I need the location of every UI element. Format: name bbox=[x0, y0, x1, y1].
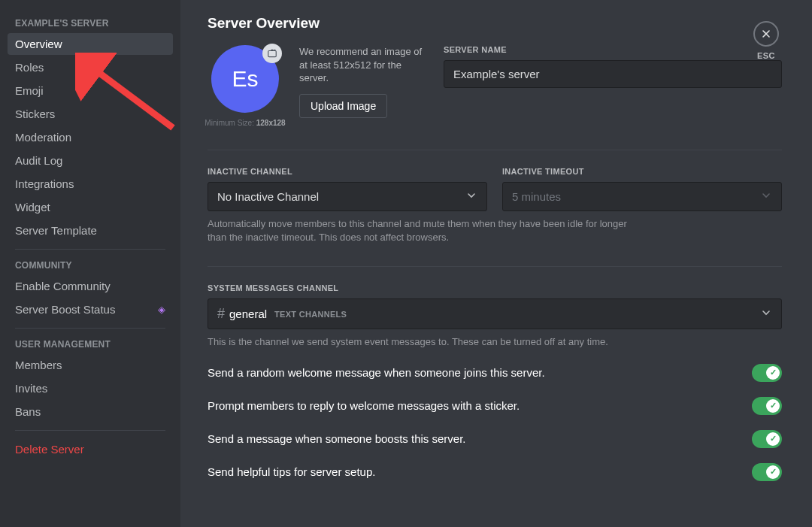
upload-image-button[interactable]: Upload Image bbox=[299, 94, 387, 118]
sidebar-header-usermgmt: User Management bbox=[8, 336, 173, 354]
check-icon: ✓ bbox=[766, 465, 780, 479]
sidebar-items-community: Enable CommunityServer Boost Status◈ bbox=[8, 275, 173, 320]
boost-icon: ◈ bbox=[158, 304, 165, 315]
system-toggle-row: Send a message when someone boosts this … bbox=[208, 430, 782, 448]
system-channel-label: System Messages Channel bbox=[208, 283, 782, 292]
system-toggle-row: Send helpful tips for server setup.✓ bbox=[208, 463, 782, 481]
close-label: ESC bbox=[757, 51, 775, 60]
system-channel-category: Text Channels bbox=[274, 310, 347, 319]
sidebar-item-label: Moderation bbox=[15, 131, 71, 144]
chevron-down-icon bbox=[760, 307, 772, 321]
inactive-channel-label: Inactive Channel bbox=[208, 167, 487, 176]
toggle-label: Send a random welcome message when someo… bbox=[208, 366, 545, 379]
toggle-label: Send a message when someone boosts this … bbox=[208, 432, 466, 445]
chevron-down-icon bbox=[465, 189, 477, 204]
check-icon: ✓ bbox=[766, 366, 780, 380]
sidebar-item-label: Overview bbox=[15, 38, 62, 50]
toggle-switch[interactable]: ✓ bbox=[752, 364, 782, 382]
svg-rect-0 bbox=[268, 51, 277, 57]
avatar-min-size: Minimum Size: 128x128 bbox=[205, 119, 285, 127]
sidebar-item-label: Server Template bbox=[15, 224, 97, 237]
server-avatar[interactable]: Es bbox=[211, 45, 279, 113]
inactive-timeout-label: Inactive Timeout bbox=[502, 167, 782, 176]
sidebar-item-label: Bans bbox=[15, 405, 41, 418]
server-name-label: Server Name bbox=[444, 45, 782, 54]
sidebar-item-server-template[interactable]: Server Template bbox=[8, 220, 173, 241]
settings-sidebar: Example's Server OverviewRolesEmojiStick… bbox=[0, 0, 180, 527]
divider bbox=[208, 266, 782, 267]
sidebar-item-overview[interactable]: Overview bbox=[8, 33, 173, 55]
sidebar-item-label: Members bbox=[15, 359, 62, 371]
sidebar-header-server: Example's Server bbox=[8, 15, 173, 33]
sidebar-item-label: Widget bbox=[15, 201, 50, 214]
sidebar-item-label: Audit Log bbox=[15, 154, 62, 167]
sidebar-item-widget[interactable]: Widget bbox=[8, 196, 173, 218]
close-icon bbox=[753, 21, 779, 47]
sidebar-item-label: Emoji bbox=[15, 84, 44, 97]
toggle-switch[interactable]: ✓ bbox=[752, 397, 782, 415]
sidebar-item-server-boost-status[interactable]: Server Boost Status◈ bbox=[8, 298, 173, 320]
sidebar-item-delete-server[interactable]: Delete Server bbox=[8, 438, 173, 460]
sidebar-item-label: Stickers bbox=[15, 108, 55, 120]
sidebar-item-label: Server Boost Status bbox=[15, 303, 115, 316]
sidebar-item-invites[interactable]: Invites bbox=[8, 377, 173, 399]
sidebar-items-user: MembersInvitesBans bbox=[8, 354, 173, 423]
select-value: 5 minutes bbox=[512, 190, 561, 203]
inactive-channel-select[interactable]: No Inactive Channel bbox=[208, 182, 487, 211]
sidebar-header-community: Community bbox=[8, 257, 173, 275]
sidebar-item-label: Enable Community bbox=[15, 280, 111, 292]
divider bbox=[208, 150, 782, 150]
hash-icon: # bbox=[217, 306, 225, 322]
close-button[interactable]: ESC bbox=[753, 21, 779, 60]
avatar-recommendation: We recommend an image of at least 512x51… bbox=[299, 45, 427, 85]
toggle-switch[interactable]: ✓ bbox=[752, 430, 782, 448]
sidebar-item-label: Delete Server bbox=[15, 443, 84, 456]
sidebar-item-label: Invites bbox=[15, 382, 47, 395]
page-title: Server Overview bbox=[208, 15, 782, 32]
sidebar-item-label: Roles bbox=[15, 61, 44, 74]
main-pane: ESC Server Overview Es Minimum Size: 128… bbox=[180, 0, 812, 527]
inactive-timeout-select[interactable]: 5 minutes bbox=[502, 182, 782, 211]
sidebar-item-enable-community[interactable]: Enable Community bbox=[8, 275, 173, 297]
check-icon: ✓ bbox=[766, 399, 780, 413]
sidebar-item-moderation[interactable]: Moderation bbox=[8, 126, 173, 148]
toggle-label: Send helpful tips for server setup. bbox=[208, 465, 375, 478]
check-icon: ✓ bbox=[766, 432, 780, 446]
sidebar-item-audit-log[interactable]: Audit Log bbox=[8, 150, 173, 171]
sidebar-item-emoji[interactable]: Emoji bbox=[8, 80, 173, 101]
sidebar-item-stickers[interactable]: Stickers bbox=[8, 103, 173, 125]
toggle-label: Prompt members to reply to welcome messa… bbox=[208, 399, 520, 412]
sidebar-item-bans[interactable]: Bans bbox=[8, 401, 173, 423]
divider bbox=[15, 328, 165, 329]
chevron-down-icon bbox=[760, 189, 772, 204]
system-toggle-row: Send a random welcome message when someo… bbox=[208, 364, 782, 382]
upload-image-icon bbox=[262, 44, 282, 63]
sidebar-item-label: Integrations bbox=[15, 177, 74, 190]
divider bbox=[15, 249, 165, 250]
server-name-input[interactable] bbox=[444, 60, 782, 88]
system-help-text: This is the channel we send system event… bbox=[208, 335, 629, 349]
avatar-initials: Es bbox=[232, 66, 258, 92]
select-value: No Inactive Channel bbox=[217, 190, 319, 203]
divider bbox=[15, 430, 165, 431]
sidebar-item-members[interactable]: Members bbox=[8, 354, 173, 376]
sidebar-item-integrations[interactable]: Integrations bbox=[8, 173, 173, 195]
system-toggle-row: Prompt members to reply to welcome messa… bbox=[208, 397, 782, 415]
sidebar-item-roles[interactable]: Roles bbox=[8, 56, 173, 78]
system-channel-select[interactable]: # general Text Channels bbox=[208, 298, 782, 329]
sidebar-items-main: OverviewRolesEmojiStickersModerationAudi… bbox=[8, 33, 173, 241]
system-channel-name: general bbox=[229, 307, 267, 320]
toggle-switch[interactable]: ✓ bbox=[752, 463, 782, 481]
inactive-help-text: Automatically move members to this chann… bbox=[208, 217, 629, 244]
